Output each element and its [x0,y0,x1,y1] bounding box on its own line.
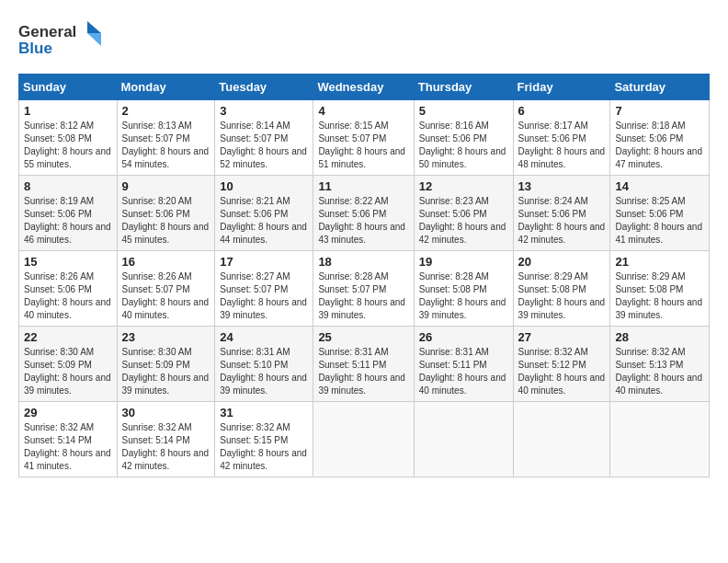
day-number: 7 [615,104,704,118]
calendar-cell: 16 Sunrise: 8:26 AMSunset: 5:07 PMDaylig… [117,251,215,327]
calendar-cell: 30 Sunrise: 8:32 AMSunset: 5:14 PMDaylig… [117,402,215,477]
day-number: 11 [318,179,408,193]
calendar-cell: 4 Sunrise: 8:15 AMSunset: 5:07 PMDayligh… [313,100,414,176]
calendar-cell: 23 Sunrise: 8:30 AMSunset: 5:09 PMDaylig… [117,327,215,402]
calendar-cell: 22 Sunrise: 8:30 AMSunset: 5:09 PMDaylig… [19,327,118,402]
calendar-cell: 25 Sunrise: 8:31 AMSunset: 5:11 PMDaylig… [313,327,414,402]
header: General Blue [18,17,710,64]
day-info: Sunrise: 8:29 AMSunset: 5:08 PMDaylight:… [518,271,606,320]
day-number: 5 [419,104,508,118]
day-number: 25 [318,330,408,344]
day-info: Sunrise: 8:23 AMSunset: 5:06 PMDaylight:… [419,196,506,245]
day-info: Sunrise: 8:32 AMSunset: 5:14 PMDaylight:… [24,422,111,471]
day-number: 4 [318,104,408,118]
calendar-cell [513,402,610,477]
day-number: 14 [615,179,704,193]
day-info: Sunrise: 8:19 AMSunset: 5:06 PMDaylight:… [24,196,111,245]
svg-text:Blue: Blue [18,40,52,57]
calendar-week-2: 8 Sunrise: 8:19 AMSunset: 5:06 PMDayligh… [19,176,710,251]
calendar-cell: 3 Sunrise: 8:14 AMSunset: 5:07 PMDayligh… [215,100,313,176]
calendar-week-5: 29 Sunrise: 8:32 AMSunset: 5:14 PMDaylig… [19,402,710,477]
calendar-week-4: 22 Sunrise: 8:30 AMSunset: 5:09 PMDaylig… [19,327,710,402]
calendar-cell: 27 Sunrise: 8:32 AMSunset: 5:12 PMDaylig… [513,327,610,402]
calendar-cell: 29 Sunrise: 8:32 AMSunset: 5:14 PMDaylig… [19,402,118,477]
day-info: Sunrise: 8:22 AMSunset: 5:06 PMDaylight:… [318,196,405,245]
calendar-cell: 13 Sunrise: 8:24 AMSunset: 5:06 PMDaylig… [513,176,610,251]
day-number: 9 [122,179,210,193]
calendar-cell: 24 Sunrise: 8:31 AMSunset: 5:10 PMDaylig… [215,327,313,402]
logo: General Blue [18,17,106,64]
calendar-cell [313,402,414,477]
col-header-tuesday: Tuesday [215,75,313,100]
calendar-table: SundayMondayTuesdayWednesdayThursdayFrid… [18,74,710,477]
calendar-cell: 12 Sunrise: 8:23 AMSunset: 5:06 PMDaylig… [414,176,513,251]
day-number: 21 [615,255,704,269]
calendar-week-1: 1 Sunrise: 8:12 AMSunset: 5:08 PMDayligh… [19,100,710,176]
day-number: 10 [220,179,308,193]
svg-marker-3 [87,33,101,46]
day-number: 13 [518,179,606,193]
day-number: 2 [122,104,210,118]
day-info: Sunrise: 8:31 AMSunset: 5:10 PMDaylight:… [220,347,307,396]
day-number: 8 [24,179,112,193]
day-info: Sunrise: 8:24 AMSunset: 5:06 PMDaylight:… [518,196,606,245]
calendar-cell: 26 Sunrise: 8:31 AMSunset: 5:11 PMDaylig… [414,327,513,402]
calendar-cell [610,402,710,477]
calendar-cell: 28 Sunrise: 8:32 AMSunset: 5:13 PMDaylig… [610,327,710,402]
calendar-cell: 2 Sunrise: 8:13 AMSunset: 5:07 PMDayligh… [117,100,215,176]
col-header-thursday: Thursday [414,75,513,100]
day-info: Sunrise: 8:32 AMSunset: 5:15 PMDaylight:… [220,422,307,471]
day-number: 1 [24,104,112,118]
day-number: 30 [122,406,210,419]
calendar-cell: 10 Sunrise: 8:21 AMSunset: 5:06 PMDaylig… [215,176,313,251]
day-number: 29 [24,406,112,419]
day-number: 27 [518,330,606,344]
day-info: Sunrise: 8:30 AMSunset: 5:09 PMDaylight:… [24,347,111,396]
day-info: Sunrise: 8:30 AMSunset: 5:09 PMDaylight:… [122,347,210,396]
calendar-cell: 11 Sunrise: 8:22 AMSunset: 5:06 PMDaylig… [313,176,414,251]
day-number: 23 [122,330,210,344]
day-info: Sunrise: 8:28 AMSunset: 5:08 PMDaylight:… [419,271,506,320]
day-info: Sunrise: 8:13 AMSunset: 5:07 PMDaylight:… [122,121,210,169]
calendar-cell: 21 Sunrise: 8:29 AMSunset: 5:08 PMDaylig… [610,251,710,327]
calendar-week-3: 15 Sunrise: 8:26 AMSunset: 5:06 PMDaylig… [19,251,710,327]
day-info: Sunrise: 8:27 AMSunset: 5:07 PMDaylight:… [220,271,307,320]
day-info: Sunrise: 8:18 AMSunset: 5:06 PMDaylight:… [615,121,702,169]
day-info: Sunrise: 8:15 AMSunset: 5:07 PMDaylight:… [318,121,405,169]
calendar-cell: 15 Sunrise: 8:26 AMSunset: 5:06 PMDaylig… [19,251,118,327]
day-info: Sunrise: 8:28 AMSunset: 5:07 PMDaylight:… [318,271,405,320]
calendar-cell: 6 Sunrise: 8:17 AMSunset: 5:06 PMDayligh… [513,100,610,176]
col-header-sunday: Sunday [19,75,118,100]
day-number: 12 [419,179,508,193]
day-info: Sunrise: 8:26 AMSunset: 5:06 PMDaylight:… [24,271,111,320]
day-info: Sunrise: 8:26 AMSunset: 5:07 PMDaylight:… [122,271,210,320]
calendar-cell: 31 Sunrise: 8:32 AMSunset: 5:15 PMDaylig… [215,402,313,477]
day-number: 18 [318,255,408,269]
day-number: 17 [220,255,308,269]
day-number: 22 [24,330,112,344]
svg-text:General: General [18,23,76,40]
col-header-monday: Monday [117,75,215,100]
day-number: 28 [615,330,704,344]
day-number: 26 [419,330,508,344]
calendar-cell: 17 Sunrise: 8:27 AMSunset: 5:07 PMDaylig… [215,251,313,327]
day-number: 20 [518,255,606,269]
calendar-header-row: SundayMondayTuesdayWednesdayThursdayFrid… [19,75,710,100]
day-info: Sunrise: 8:12 AMSunset: 5:08 PMDaylight:… [24,121,111,169]
calendar-cell: 8 Sunrise: 8:19 AMSunset: 5:06 PMDayligh… [19,176,118,251]
day-info: Sunrise: 8:32 AMSunset: 5:13 PMDaylight:… [615,347,702,396]
calendar-cell: 19 Sunrise: 8:28 AMSunset: 5:08 PMDaylig… [414,251,513,327]
day-info: Sunrise: 8:21 AMSunset: 5:06 PMDaylight:… [220,196,307,245]
day-info: Sunrise: 8:14 AMSunset: 5:07 PMDaylight:… [220,121,307,169]
day-info: Sunrise: 8:17 AMSunset: 5:06 PMDaylight:… [518,121,606,169]
day-info: Sunrise: 8:29 AMSunset: 5:08 PMDaylight:… [615,271,702,320]
day-info: Sunrise: 8:32 AMSunset: 5:14 PMDaylight:… [122,422,210,471]
day-info: Sunrise: 8:25 AMSunset: 5:06 PMDaylight:… [615,196,702,245]
day-number: 19 [419,255,508,269]
col-header-saturday: Saturday [610,75,710,100]
day-number: 6 [518,104,606,118]
day-info: Sunrise: 8:31 AMSunset: 5:11 PMDaylight:… [419,347,506,396]
calendar-cell: 14 Sunrise: 8:25 AMSunset: 5:06 PMDaylig… [610,176,710,251]
day-info: Sunrise: 8:31 AMSunset: 5:11 PMDaylight:… [318,347,405,396]
day-info: Sunrise: 8:20 AMSunset: 5:06 PMDaylight:… [122,196,210,245]
